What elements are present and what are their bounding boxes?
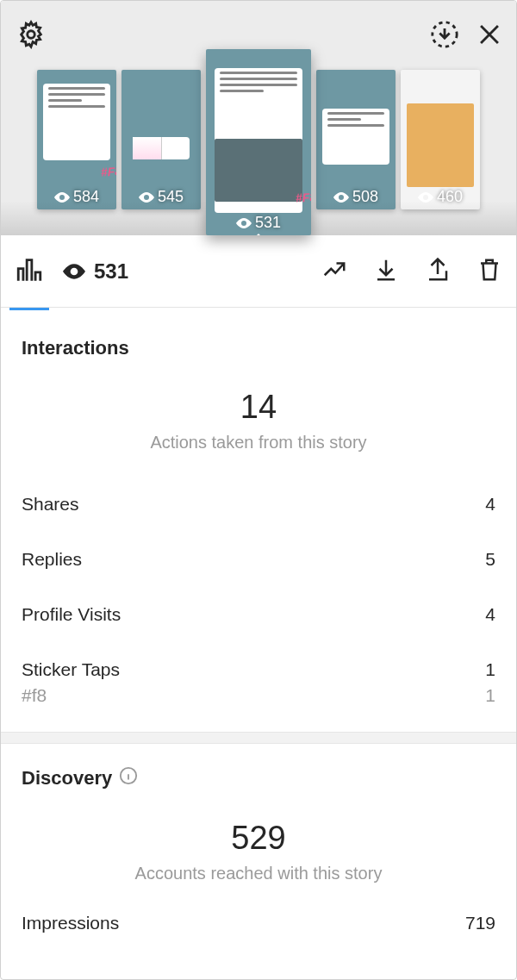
metric-label: Impressions: [22, 913, 119, 933]
discovery-total: 529: [22, 820, 495, 857]
metric-row-impressions: Impressions 719: [22, 896, 495, 937]
metric-label: Shares: [22, 494, 79, 515]
story-thumbnail-selected[interactable]: #F8 531: [206, 49, 311, 235]
viewer-count: 531: [94, 259, 128, 284]
insights-tab-icon[interactable]: [15, 255, 44, 288]
story-carousel-area: #F8 584 545 #F8 531: [1, 1, 516, 235]
metric-row-sticker-breakdown: #f8 1: [22, 685, 495, 723]
metric-value: 4: [485, 604, 495, 625]
story-thumbnail[interactable]: 545: [121, 70, 201, 209]
interactions-subtext: Actions taken from this story: [22, 433, 495, 453]
interactions-total: 14: [22, 389, 495, 426]
metric-row-profile-visits: Profile Visits 4: [22, 587, 495, 642]
metric-label: Sticker Taps: [22, 659, 120, 680]
section-title: Interactions: [22, 337, 495, 359]
interactions-section: Interactions 14 Actions taken from this …: [1, 308, 516, 732]
section-divider: [1, 732, 516, 744]
metric-value: 5: [485, 549, 495, 570]
discovery-subtext: Accounts reached with this story: [22, 864, 495, 883]
info-icon[interactable]: [119, 766, 138, 790]
story-thumbnail[interactable]: 508: [316, 70, 396, 209]
discovery-section: Discovery 529 Accounts reached with this…: [1, 744, 516, 946]
metric-row-shares: Shares 4: [22, 477, 495, 532]
insights-action-bar: 531: [1, 235, 516, 308]
metric-value: 4: [485, 494, 495, 515]
metric-label: Replies: [22, 549, 82, 570]
metric-row-replies: Replies 5: [22, 532, 495, 587]
metric-label: Profile Visits: [22, 604, 121, 625]
download-icon[interactable]: [373, 257, 399, 286]
hashtag-sticker: #F8: [295, 190, 311, 204]
delete-icon[interactable]: [477, 257, 502, 286]
metric-label: #f8: [22, 685, 47, 706]
metric-value: 719: [465, 913, 495, 933]
share-icon[interactable]: [425, 257, 451, 286]
section-title: Discovery: [22, 766, 495, 790]
poll-sticker: [133, 137, 190, 159]
promote-icon[interactable]: [321, 257, 347, 286]
viewers-tab[interactable]: 531: [63, 259, 128, 284]
story-thumbnail[interactable]: 460: [401, 70, 480, 209]
thumbnail-views: 531: [206, 214, 311, 232]
hashtag-sticker: #F8: [100, 164, 116, 178]
metric-value: 1: [485, 659, 495, 680]
metric-value: 1: [485, 685, 495, 706]
story-insights-screen: #F8 584 545 #F8 531: [0, 0, 517, 980]
story-thumbnail[interactable]: #F8 584: [37, 70, 116, 209]
